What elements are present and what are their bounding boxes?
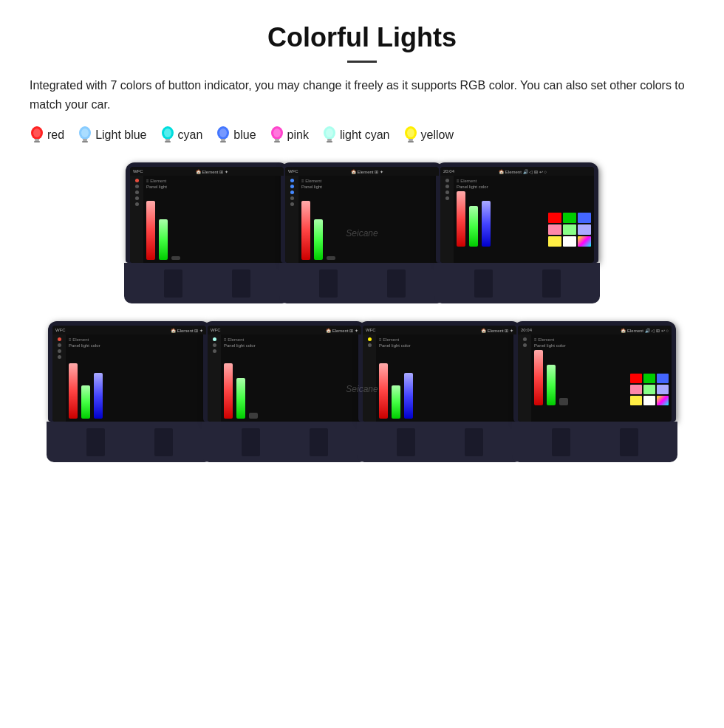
bezel-2: WFC 🏠 Element ⊞ ✦ ≡ Element Panel light	[281, 162, 443, 263]
color-palette-7	[630, 374, 669, 405]
status-bar-3: 20:04 🏠 Element 🔊 ◁ ⊞ ↩ ○	[440, 167, 594, 176]
blue-bulb-icon	[216, 126, 230, 145]
car-unit-5: WFC 🏠 Element ⊞ ✦ ≡ Element Panel light …	[203, 321, 366, 462]
svg-point-5	[81, 128, 89, 137]
car-unit-1: WFC 🏠 Element ⊞ ✦ ≡ Element Panel light	[126, 162, 288, 303]
svg-rect-26	[409, 139, 413, 141]
color-item-cyan: cyan	[160, 126, 203, 145]
bar-dim-1	[171, 256, 180, 260]
main-content-4: ≡ Element Panel light color	[66, 334, 206, 422]
bezel-1: WFC 🏠 Element ⊞ ✦ ≡ Element Panel light	[126, 162, 288, 263]
chin-4	[47, 422, 212, 462]
bar-green-1	[159, 219, 168, 260]
color-label-blue: blue	[233, 128, 256, 142]
lightblue-bulb-icon	[78, 126, 92, 145]
color-label-red: red	[47, 128, 64, 142]
color-item-red: red	[30, 126, 64, 145]
screen-4: WFC 🏠 Element ⊞ ✦ ≡ Element Panel light …	[52, 326, 206, 422]
main-content-2: ≡ Element Panel light	[298, 176, 439, 263]
screen-1: WFC 🏠 Element ⊞ ✦ ≡ Element Panel light	[130, 167, 284, 263]
color-label-lightcyan: light cyan	[340, 128, 390, 142]
car-unit-7: 20:04 🏠 Element 🔊 ◁ ⊞ ↩ ○ ≡ Element Pane…	[513, 321, 676, 462]
pink-bulb-icon	[270, 126, 284, 145]
color-item-lightcyan: light cyan	[322, 126, 390, 145]
status-bar-7: 20:04 🏠 Element 🔊 ◁ ⊞ ↩ ○	[518, 326, 672, 334]
lightcyan-bulb-icon	[322, 126, 337, 145]
svg-rect-11	[165, 141, 171, 142]
description-text: Integrated with 7 colors of button indic…	[30, 76, 694, 114]
svg-rect-2	[35, 139, 39, 141]
panel-light-color-title: Panel light color	[457, 185, 591, 189]
chin-7	[512, 422, 677, 462]
screen-6: WFC 🏠 Element ⊞ ✦ ≡ Element Panel light …	[363, 326, 516, 422]
svg-rect-7	[82, 141, 88, 142]
red-bulb-icon	[30, 126, 44, 145]
sub-label-1: ≡ Element	[146, 179, 281, 183]
color-item-pink: pink	[270, 126, 309, 145]
color-palette-3	[548, 213, 591, 247]
main-content-1: ≡ Element Panel light	[143, 176, 284, 263]
color-label-lightblue: Light blue	[95, 128, 146, 142]
panel-light-title-1: Panel light	[146, 185, 281, 189]
vent-1a	[164, 269, 182, 298]
main-content-5: ≡ Element Panel light color	[221, 334, 361, 422]
color-item-blue: blue	[216, 126, 256, 145]
screen-2: WFC 🏠 Element ⊞ ✦ ≡ Element Panel light	[285, 167, 439, 263]
svg-rect-23	[327, 141, 332, 142]
screen-3: 20:04 🏠 Element 🔊 ◁ ⊞ ↩ ○ ≡ Element Pane…	[440, 167, 594, 263]
svg-rect-6	[83, 139, 87, 141]
status-bar-6: WFC 🏠 Element ⊞ ✦	[363, 326, 516, 334]
color-row: red Light blue cyan	[30, 126, 694, 145]
svg-point-13	[219, 128, 227, 137]
car-unit-2: WFC 🏠 Element ⊞ ✦ ≡ Element Panel light	[281, 162, 443, 303]
car-unit-3: 20:04 🏠 Element 🔊 ◁ ⊞ ↩ ○ ≡ Element Pane…	[436, 162, 598, 303]
color-item-yellow: yellow	[403, 126, 454, 145]
sidebar-2	[285, 176, 298, 263]
svg-rect-18	[275, 139, 279, 141]
car-unit-6: WFC 🏠 Element ⊞ ✦ ≡ Element Panel light …	[358, 321, 521, 462]
svg-point-1	[33, 128, 41, 137]
main-content-7: ≡ Element Panel light color	[531, 334, 672, 422]
svg-point-25	[407, 128, 414, 137]
chin-3	[434, 263, 600, 303]
color-label-pink: pink	[287, 128, 309, 142]
screen-5: WFC 🏠 Element ⊞ ✦ ≡ Element Panel light …	[208, 326, 361, 422]
bars-2	[301, 191, 436, 260]
bars-3	[457, 191, 544, 247]
dot-red	[135, 179, 139, 182]
sidebar-7	[518, 334, 531, 422]
status-bar-2: WFC 🏠 Element ⊞ ✦	[285, 167, 439, 176]
status-bar-4: WFC 🏠 Element ⊞ ✦	[52, 326, 206, 334]
yellow-bulb-icon	[403, 126, 418, 145]
sidebar-6	[363, 334, 376, 422]
svg-point-21	[326, 128, 333, 137]
page-title: Colorful Lights	[30, 22, 694, 53]
vent-1b	[232, 269, 250, 298]
color-label-yellow: yellow	[421, 128, 454, 142]
bezel-7: 20:04 🏠 Element 🔊 ◁ ⊞ ↩ ○ ≡ Element Pane…	[513, 321, 676, 422]
cyan-bulb-icon	[160, 126, 175, 145]
svg-rect-10	[165, 139, 170, 141]
svg-rect-22	[327, 139, 332, 141]
status-bar-1: WFC 🏠 Element ⊞ ✦	[130, 167, 284, 176]
bezel-4: WFC 🏠 Element ⊞ ✦ ≡ Element Panel light …	[48, 321, 211, 422]
top-units-row: WFC 🏠 Element ⊞ ✦ ≡ Element Panel light	[30, 162, 694, 303]
color-item-lightblue: Light blue	[78, 126, 146, 145]
status-bar-5: WFC 🏠 Element ⊞ ✦	[208, 326, 361, 334]
main-content-3: ≡ Element Panel light color	[454, 176, 594, 263]
bars-1	[146, 191, 281, 260]
svg-point-9	[164, 128, 171, 137]
svg-rect-15	[220, 141, 226, 142]
bezel-3: 20:04 🏠 Element 🔊 ◁ ⊞ ↩ ○ ≡ Element Pane…	[436, 162, 598, 263]
chin-1	[124, 263, 290, 303]
chin-6	[357, 422, 522, 462]
screen-7: 20:04 🏠 Element 🔊 ◁ ⊞ ↩ ○ ≡ Element Pane…	[518, 326, 672, 422]
sidebar-4	[52, 334, 66, 422]
panel-light-title-2: Panel light	[301, 185, 436, 189]
svg-rect-3	[34, 141, 40, 142]
svg-rect-14	[221, 139, 225, 141]
bottom-units-row: WFC 🏠 Element ⊞ ✦ ≡ Element Panel light …	[30, 321, 694, 462]
bar-red-1	[146, 201, 155, 260]
page-container: Colorful Lights Integrated with 7 colors…	[0, 0, 724, 502]
main-content-6: ≡ Element Panel light color	[376, 334, 516, 422]
